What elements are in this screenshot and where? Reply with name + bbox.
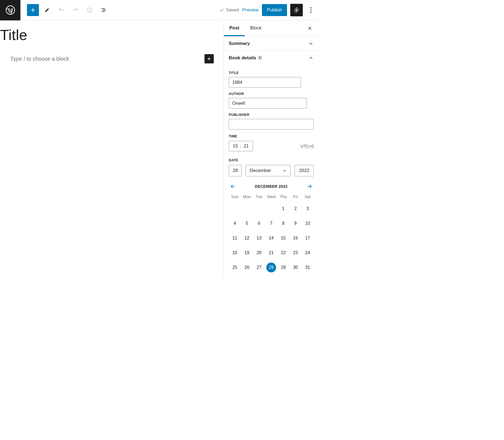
calendar-weekday: Sat	[301, 194, 314, 199]
svg-point-5	[310, 12, 311, 13]
calendar-day[interactable]: 12	[242, 233, 252, 243]
date-day-input[interactable]: 28	[229, 165, 242, 176]
calendar-weekday: Sun	[229, 194, 241, 199]
calendar-day[interactable]: 1	[279, 204, 288, 214]
publish-button[interactable]: Publish	[262, 4, 287, 16]
calendar-day[interactable]: 14	[266, 233, 276, 243]
calendar-day[interactable]: 13	[254, 233, 264, 243]
close-icon	[307, 26, 312, 31]
block-placeholder[interactable]: Type / to choose a block	[10, 56, 69, 62]
redo-button[interactable]	[69, 4, 81, 16]
calendar-day[interactable]: 10	[303, 219, 313, 228]
calendar-day[interactable]: 4	[230, 219, 240, 228]
calendar-day[interactable]: 25	[230, 263, 240, 272]
calendar-day[interactable]: 16	[291, 233, 300, 243]
calendar-nav: DECEMBER 2022	[229, 182, 314, 190]
saved-indicator: Saved	[219, 7, 239, 13]
calendar-weekday: Fri	[289, 194, 302, 199]
calendar-weekday: Tue	[253, 194, 265, 199]
topbar: Saved Preview Publish	[0, 0, 319, 20]
calendar-day[interactable]: 27	[254, 263, 264, 272]
calendar-day[interactable]: 5	[242, 219, 252, 228]
book-time-label: TIME	[229, 134, 314, 138]
calendar-day[interactable]: 9	[291, 219, 300, 228]
calendar-day[interactable]: 26	[242, 263, 252, 272]
date-month-select[interactable]: December	[246, 165, 291, 176]
chevron-up-icon	[308, 55, 314, 61]
info-button[interactable]	[84, 4, 96, 16]
pencil-icon	[44, 7, 50, 13]
gear-icon	[294, 7, 300, 13]
edit-mode-button[interactable]	[41, 4, 53, 16]
calendar-day[interactable]: 24	[303, 248, 313, 258]
calendar-day[interactable]: 31	[303, 263, 313, 272]
calendar-day[interactable]: 23	[291, 248, 300, 258]
undo-button[interactable]	[55, 4, 67, 16]
calendar-day[interactable]: 2	[291, 204, 300, 214]
main: Type / to choose a block Post Block Summ…	[0, 20, 319, 278]
more-options-button[interactable]	[306, 4, 316, 16]
tab-block[interactable]: Block	[245, 20, 267, 36]
calendar-day[interactable]: 28	[266, 263, 276, 272]
tab-post[interactable]: Post	[224, 20, 245, 36]
svg-point-4	[310, 10, 311, 11]
editor-area: Type / to choose a block	[0, 20, 224, 278]
date-month-value: December	[250, 168, 271, 173]
panel-book-details-header[interactable]: Book details	[224, 51, 319, 65]
calendar-day[interactable]: 20	[254, 248, 264, 258]
settings-sidebar: Post Block Summary Book details TITLE	[224, 20, 319, 278]
time-sep: :	[240, 143, 242, 149]
calendar-day[interactable]: 30	[291, 263, 300, 272]
book-title-input[interactable]	[229, 77, 301, 88]
book-publisher-input[interactable]	[229, 119, 314, 130]
book-author-label: AUTHOR	[229, 92, 314, 96]
calendar-day[interactable]: 21	[266, 248, 276, 258]
panel-summary-header[interactable]: Summary	[224, 36, 319, 51]
book-date-label: DATE	[229, 158, 314, 162]
add-block-toolbar-button[interactable]	[27, 4, 39, 16]
calendar-next-button[interactable]	[306, 182, 314, 190]
chevron-down-icon	[282, 168, 287, 173]
inline-add-block-button[interactable]	[204, 54, 214, 63]
close-sidebar-button[interactable]	[304, 23, 315, 34]
time-row: 15 : 21 UTC+0	[229, 141, 314, 151]
calendar-title: DECEMBER 2022	[255, 184, 288, 189]
calendar-day[interactable]: 3	[303, 204, 313, 214]
plus-icon	[30, 7, 36, 13]
check-icon	[219, 8, 224, 13]
calendar-prev-button[interactable]	[229, 182, 237, 190]
calendar-day[interactable]: 29	[279, 263, 288, 272]
calendar-day[interactable]: 17	[303, 233, 313, 243]
undo-icon	[58, 7, 64, 13]
calendar-day[interactable]: 18	[230, 248, 240, 258]
calendar-day[interactable]: 22	[279, 248, 288, 258]
post-title-input[interactable]	[0, 25, 224, 47]
calendar-weekday: Thu	[277, 194, 289, 199]
redo-icon	[72, 7, 78, 13]
calendar-day[interactable]: 6	[254, 219, 264, 228]
book-icon	[258, 55, 263, 61]
calendar-day[interactable]: 7	[266, 219, 276, 228]
timezone[interactable]: UTC+0	[301, 144, 314, 149]
book-author-input[interactable]	[229, 98, 307, 109]
settings-button[interactable]	[290, 4, 303, 16]
calendar-day[interactable]: 19	[242, 248, 252, 258]
saved-label: Saved	[226, 7, 239, 13]
preview-link[interactable]: Preview	[242, 7, 259, 13]
outline-button[interactable]	[98, 4, 110, 16]
time-hours: 15	[233, 143, 238, 149]
plus-icon	[207, 56, 212, 61]
calendar-day[interactable]: 11	[230, 233, 240, 243]
calendar-grid: SunMonTueWedThuFriSat1234567891011121314…	[229, 194, 314, 272]
panel-book-details-label: Book details	[229, 55, 256, 61]
date-year-input[interactable]: 2022	[295, 165, 314, 176]
more-vertical-icon	[310, 7, 312, 13]
svg-point-3	[310, 7, 311, 8]
wordpress-icon	[5, 5, 15, 15]
toolbar-right: Saved Preview Publish	[219, 4, 319, 16]
wordpress-logo[interactable]	[0, 0, 20, 20]
calendar-day[interactable]: 8	[279, 219, 288, 228]
calendar-day[interactable]: 15	[279, 233, 288, 243]
time-input[interactable]: 15 : 21	[229, 141, 253, 151]
info-icon	[87, 7, 93, 13]
